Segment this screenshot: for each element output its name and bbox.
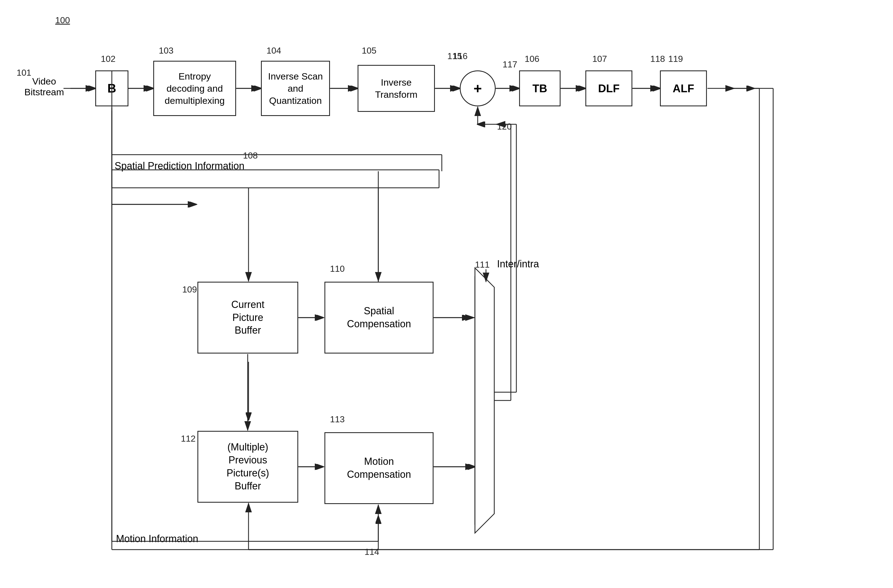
block-ALF: ALF bbox=[660, 71, 707, 106]
block-TB: TB bbox=[519, 71, 561, 106]
ref-120: 120 bbox=[497, 122, 512, 132]
main-svg bbox=[0, 0, 893, 588]
ref-104: 104 bbox=[266, 45, 281, 56]
ref-108: 108 bbox=[243, 150, 258, 161]
ref-100: 100 bbox=[55, 15, 70, 26]
ref-106: 106 bbox=[525, 54, 539, 64]
arrows-svg bbox=[0, 0, 893, 588]
ref-113: 113 bbox=[330, 414, 344, 424]
ref-116: 116 bbox=[453, 51, 468, 61]
spatial-pred-info-label: Spatial Prediction Information bbox=[114, 160, 244, 172]
block-current-picture: CurrentPictureBuffer bbox=[197, 282, 298, 353]
ref-109: 109 bbox=[182, 284, 197, 295]
ref-114: 114 bbox=[364, 547, 379, 557]
ref-103: 103 bbox=[159, 45, 173, 56]
block-entropy: Entropydecoding anddemultiplexing bbox=[153, 61, 236, 116]
video-bitstream-label: VideoBitstream bbox=[17, 76, 72, 98]
ref-102: 102 bbox=[101, 54, 116, 64]
block-adder: + bbox=[460, 71, 496, 106]
inter-intra-label: Inter/intra bbox=[497, 258, 539, 270]
ref-105: 105 bbox=[362, 45, 376, 56]
block-prev-pictures: (Multiple)PreviousPicture(s)Buffer bbox=[197, 431, 298, 503]
svg-marker-65 bbox=[475, 268, 494, 533]
ref-101: 101 bbox=[17, 68, 31, 78]
block-inv-transform: InverseTransform bbox=[358, 65, 435, 112]
ref-110: 110 bbox=[330, 264, 344, 274]
motion-info-label: Motion Information bbox=[116, 533, 198, 544]
ref-111: 111 bbox=[475, 260, 490, 270]
ref-118: 118 bbox=[650, 54, 665, 64]
ref-119: 119 bbox=[668, 54, 683, 64]
block-B: B bbox=[95, 71, 128, 106]
ref-117: 117 bbox=[502, 59, 517, 69]
svg-line-20 bbox=[475, 505, 492, 525]
diagram: 100 VideoBitstream 101 B 102 Entropydeco… bbox=[0, 0, 893, 588]
block-inv-scan: Inverse ScanandQuantization bbox=[261, 61, 330, 116]
svg-line-18 bbox=[475, 276, 492, 296]
ref-112: 112 bbox=[181, 434, 195, 444]
block-spatial-comp: SpatialCompensation bbox=[325, 282, 433, 353]
block-DLF: DLF bbox=[585, 71, 632, 106]
block-motion-comp: MotionCompensation bbox=[325, 432, 433, 504]
ref-107: 107 bbox=[592, 54, 607, 64]
